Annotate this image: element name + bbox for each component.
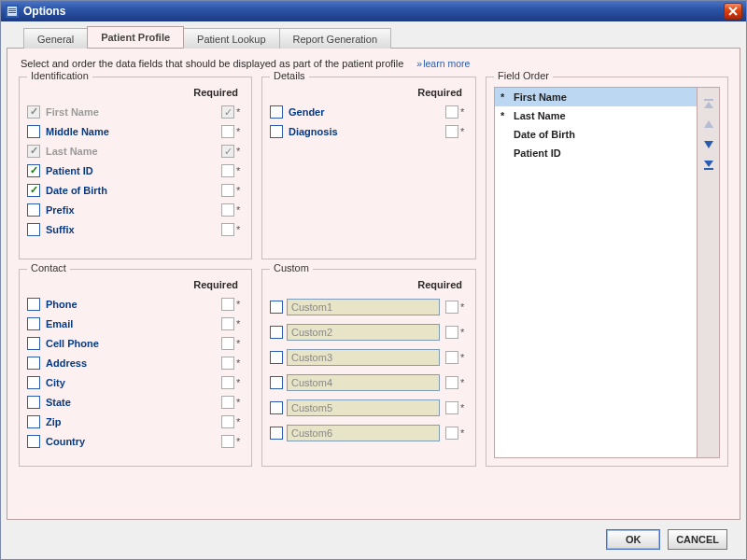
field-label: Prefix bbox=[46, 204, 221, 216]
field-checkbox[interactable] bbox=[27, 415, 40, 428]
required-indicator: * bbox=[236, 416, 244, 427]
field-row: Date of Birth* bbox=[27, 180, 244, 200]
required-checkbox[interactable] bbox=[221, 337, 234, 350]
custom-field-input[interactable] bbox=[287, 299, 440, 315]
group-legend: Field Order bbox=[494, 70, 553, 81]
field-label: City bbox=[46, 377, 221, 388]
custom-field-input[interactable] bbox=[287, 399, 440, 416]
required-checkbox[interactable] bbox=[445, 351, 458, 364]
required-checkbox[interactable] bbox=[221, 376, 234, 389]
field-checkbox[interactable] bbox=[270, 401, 283, 414]
required-checkbox[interactable] bbox=[221, 415, 234, 428]
tab-report-generation[interactable]: Report Generation bbox=[279, 28, 392, 49]
required-checkbox[interactable] bbox=[221, 317, 234, 330]
svg-marker-7 bbox=[704, 120, 713, 128]
learn-more-link[interactable]: »learn more bbox=[416, 58, 470, 69]
field-checkbox[interactable] bbox=[27, 376, 40, 389]
field-checkbox[interactable] bbox=[270, 326, 283, 339]
custom-field-input[interactable] bbox=[287, 374, 440, 391]
required-checkbox[interactable] bbox=[445, 401, 458, 414]
required-indicator: * bbox=[460, 427, 468, 439]
required-checkbox[interactable] bbox=[445, 301, 458, 314]
required-checkbox[interactable] bbox=[221, 203, 234, 217]
svg-marker-8 bbox=[704, 141, 713, 148]
move-up-button[interactable] bbox=[700, 116, 717, 133]
field-checkbox[interactable] bbox=[27, 164, 40, 177]
column-b: Details Required Gender*Diagnosis* Custo… bbox=[261, 77, 476, 467]
ok-button[interactable]: OK bbox=[606, 529, 660, 550]
field-checkbox[interactable] bbox=[27, 184, 40, 197]
required-checkbox[interactable] bbox=[221, 125, 234, 138]
required-checkbox[interactable] bbox=[221, 298, 234, 311]
field-label: Email bbox=[46, 318, 221, 329]
svg-rect-5 bbox=[704, 99, 713, 101]
client-area: General Patient Profile Patient Lookup R… bbox=[1, 21, 746, 559]
column-c: Field Order *First Name*Last NameDate of… bbox=[486, 77, 728, 467]
field-checkbox[interactable] bbox=[27, 357, 40, 370]
required-checkbox[interactable] bbox=[445, 326, 458, 339]
required-checkbox[interactable] bbox=[221, 184, 234, 197]
required-indicator: * bbox=[460, 301, 468, 313]
instruction-row: Select and order the data fields that sh… bbox=[21, 58, 728, 69]
close-button[interactable] bbox=[724, 3, 742, 20]
required-indicator: * bbox=[236, 299, 244, 310]
options-window: Options General Patient Profile Patient … bbox=[0, 0, 747, 560]
group-field-order: Field Order *First Name*Last NameDate of… bbox=[486, 77, 728, 467]
field-checkbox[interactable] bbox=[270, 376, 283, 389]
custom-field-input[interactable] bbox=[287, 425, 440, 441]
field-checkbox[interactable] bbox=[27, 317, 40, 330]
move-top-button[interactable] bbox=[700, 95, 717, 112]
field-checkbox[interactable] bbox=[27, 396, 40, 409]
required-checkbox[interactable] bbox=[221, 164, 234, 177]
field-checkbox[interactable] bbox=[270, 351, 283, 364]
field-order-item[interactable]: Patient ID bbox=[495, 144, 697, 162]
required-checkbox[interactable] bbox=[445, 125, 458, 138]
required-checkbox bbox=[221, 105, 234, 119]
required-checkbox[interactable] bbox=[445, 376, 458, 389]
required-indicator: * bbox=[236, 397, 244, 408]
required-checkbox[interactable] bbox=[445, 427, 458, 440]
custom-field-row: * bbox=[270, 294, 468, 319]
field-checkbox[interactable] bbox=[270, 105, 283, 119]
required-header: Required bbox=[270, 87, 462, 98]
field-row: Diagnosis* bbox=[270, 121, 468, 141]
field-checkbox[interactable] bbox=[270, 125, 283, 138]
required-indicator: * bbox=[236, 357, 244, 369]
required-checkbox[interactable] bbox=[221, 357, 234, 370]
move-down-button[interactable] bbox=[700, 136, 717, 153]
required-indicator bbox=[500, 129, 508, 140]
field-row: Last Name* bbox=[27, 141, 244, 161]
field-order-item[interactable]: Date of Birth bbox=[495, 125, 697, 144]
custom-field-input[interactable] bbox=[287, 349, 440, 366]
field-order-item[interactable]: *Last Name bbox=[495, 106, 697, 125]
required-checkbox[interactable] bbox=[221, 396, 234, 409]
svg-rect-2 bbox=[8, 8, 16, 9]
field-row: Cell Phone* bbox=[27, 333, 244, 353]
tab-patient-profile[interactable]: Patient Profile bbox=[87, 26, 184, 48]
field-checkbox[interactable] bbox=[27, 337, 40, 350]
tab-patient-lookup[interactable]: Patient Lookup bbox=[183, 28, 279, 49]
field-checkbox[interactable] bbox=[27, 223, 40, 236]
window-title: Options bbox=[23, 5, 724, 18]
field-checkbox[interactable] bbox=[27, 203, 40, 217]
field-row: First Name* bbox=[27, 102, 244, 121]
required-indicator: * bbox=[460, 352, 468, 363]
required-indicator: * bbox=[236, 204, 244, 216]
field-label: Cell Phone bbox=[46, 338, 221, 349]
field-order-item[interactable]: *First Name bbox=[495, 88, 697, 106]
field-order-buttons bbox=[698, 87, 720, 458]
field-checkbox[interactable] bbox=[270, 427, 283, 440]
required-checkbox[interactable] bbox=[221, 435, 234, 448]
custom-field-row: * bbox=[270, 344, 468, 370]
required-checkbox[interactable] bbox=[221, 223, 234, 236]
field-checkbox[interactable] bbox=[270, 301, 283, 314]
field-checkbox[interactable] bbox=[27, 125, 40, 138]
custom-field-input[interactable] bbox=[287, 324, 440, 341]
field-order-list[interactable]: *First Name*Last NameDate of BirthPatien… bbox=[494, 87, 698, 458]
cancel-button[interactable]: CANCEL bbox=[668, 529, 727, 550]
tab-general[interactable]: General bbox=[23, 28, 88, 49]
required-checkbox[interactable] bbox=[445, 105, 458, 119]
field-checkbox[interactable] bbox=[27, 298, 40, 311]
field-checkbox[interactable] bbox=[27, 435, 40, 448]
move-bottom-button[interactable] bbox=[700, 157, 717, 174]
